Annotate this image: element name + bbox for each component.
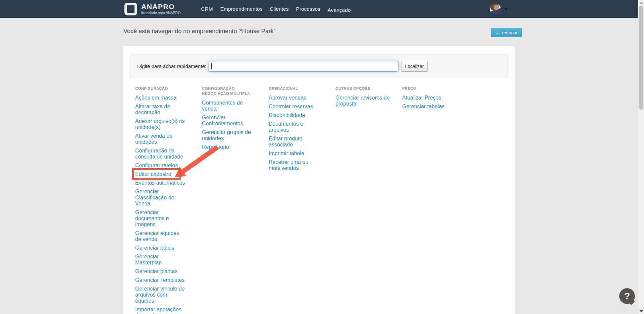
menu-column-header: PREÇO [402,86,469,91]
menu-link[interactable]: Documentos e arquivos [269,121,317,133]
menu-column: CONFIGURAÇÃO NEGOCIAÇÃO MÚLTIPLA Compone… [202,86,269,314]
page-title: Você está navegando no empreendimento '*… [123,28,275,35]
menu-column: PREÇO Atualizar Preços Gerenciar tabelas [402,86,469,314]
return-button-label: retornar [502,30,518,35]
action-menu: CONFIGURAÇÃO Ações em massa Alterar taxa… [135,86,515,314]
search-button[interactable]: Localizar [401,61,428,72]
menu-link[interactable]: Editar produto associado [269,136,317,148]
menu-column-header: OUTRAS OPÇÕES [335,86,391,91]
menu-link[interactable]: Gerenciar Classificação de Venda [135,189,185,207]
brand-name: ANAPRO [141,3,180,10]
menu-column-header: CONFIGURAÇÃO NEGOCIAÇÃO MÚLTIPLA [202,86,254,96]
avatar[interactable] [490,3,501,14]
nav-item[interactable]: CRM [197,6,216,12]
chevron-down-icon[interactable] [504,8,508,10]
anapro-logo-icon [124,3,137,15]
menu-link[interactable]: Anexar arquivo(s) as unidade(s) [135,118,185,130]
nav-item[interactable]: Empreendimentos [217,6,266,12]
menu-link[interactable]: Gerenciar equipes de venda [135,230,185,242]
top-navbar: ANAPRO licenciado para ANAPRO CRM Empree… [0,0,638,18]
menu-link[interactable]: Repositório [202,144,254,150]
menu-link[interactable]: Atualizar Preços [402,95,469,101]
menu-link[interactable]: Gerenciar Masterplan [135,254,185,266]
menu-column: OPERACIONAL Aprovar vendas Controlar res… [269,86,335,314]
menu-link[interactable]: Gerenciar revisores de proposta [335,95,391,107]
menu-column: CONFIGURAÇÃO Ações em massa Alterar taxa… [135,86,202,314]
text-cursor [211,63,212,69]
menu-link[interactable]: Gerenciar documentos e imagens [135,209,185,228]
menu-link[interactable]: Disponibilidade [269,112,317,118]
nav-item[interactable]: Avançado [324,7,355,13]
menu-link[interactable]: Configurar rateios [135,163,185,169]
help-icon: ? [619,288,635,304]
menu-link[interactable]: Ações em massa [135,95,185,101]
content-card: Digite para achar rapidamente: Localizar… [123,46,515,314]
return-button[interactable]: ← retornar [491,28,522,37]
menu-link[interactable]: Gerenciar vínculo de arquivos com equipe… [135,286,185,304]
main-nav: CRM Empreendimentos Clientes Processos A… [197,6,354,12]
menu-link[interactable]: Gerenciar Templates [135,277,185,283]
menu-link[interactable]: Importar anotações de venda [135,307,185,314]
scrollbar-thumb[interactable] [639,6,643,110]
menu-link[interactable]: Aprovar vendas [269,95,317,101]
nav-item[interactable]: Processos [292,6,324,12]
scrollbar-up-arrow-icon[interactable] [640,2,643,4]
menu-link[interactable]: Gerenciar labels [135,245,185,251]
menu-column: OUTRAS OPÇÕES Gerenciar revisores de pro… [335,86,402,314]
nav-item[interactable]: Clientes [266,6,292,12]
quick-search-panel: Digite para achar rapidamente: Localizar [130,54,508,78]
brand-tagline: licenciado para ANAPRO [141,11,180,15]
menu-link[interactable]: Gerenciar plantas [135,268,185,274]
scrollbar-down-arrow-icon[interactable] [640,310,643,312]
subheader: Você está navegando no empreendimento '*… [0,18,638,46]
menu-link[interactable]: Configuração da consulta de unidade [135,148,185,160]
anapro-logo[interactable]: ANAPRO licenciado para ANAPRO [124,3,180,15]
menu-link[interactable]: Gerenciar tabelas [402,104,469,110]
search-input[interactable] [209,61,398,72]
menu-link[interactable]: Receber uma ou mais vendas [269,159,317,171]
user-menu[interactable] [490,3,508,14]
menu-link[interactable]: Imprimir tabela [269,150,317,156]
menu-link[interactable]: Alterar taxa de decoração [135,104,185,116]
search-label: Digite para achar rapidamente: [137,63,206,69]
menu-column-header: OPERACIONAL [269,86,317,91]
menu-link[interactable]: Controlar reservas [269,104,317,110]
menu-link[interactable]: Gerenciar Confrontamentos [202,115,254,127]
menu-link[interactable]: Gerenciar grupos de unidades [202,129,254,141]
menu-link[interactable]: Ativar venda de unidades [135,133,185,145]
vertical-scrollbar[interactable] [638,0,644,314]
menu-link[interactable]: Eventos automáticos [135,180,185,186]
back-arrow-icon: ← [495,30,500,35]
menu-column-header: CONFIGURAÇÃO [135,86,185,91]
menu-link[interactable]: Componentes de venda [202,100,254,112]
help-button[interactable]: ? [619,288,635,304]
menu-link[interactable]: Editar cadastro [135,171,185,177]
